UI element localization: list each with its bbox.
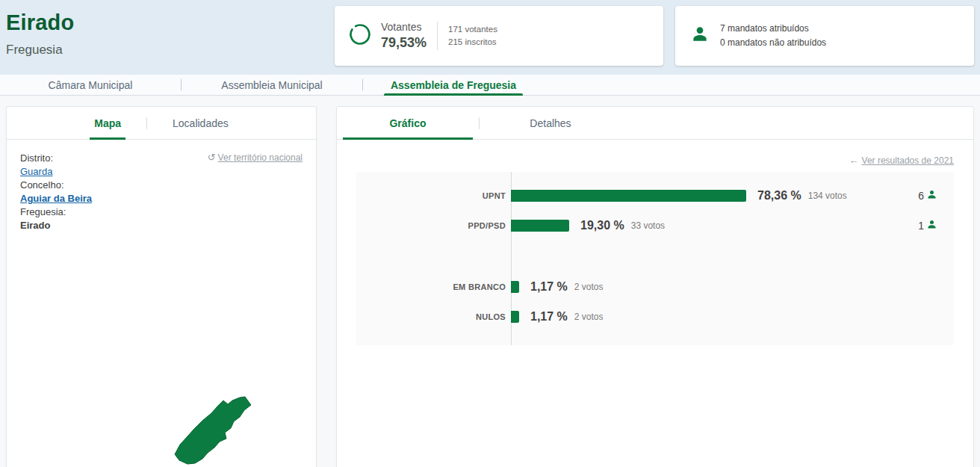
result-row-ppd-psd: PPD/PSD 19,30 % 33 votos 1 xyxy=(356,211,954,241)
results-2021-link[interactable]: ←Ver resultados de 2021 xyxy=(356,155,954,166)
mandates-unassigned: 0 mandatos não atribuídos xyxy=(720,36,826,50)
map-panel-tabs: Mapa Localidades xyxy=(7,107,316,140)
mandates-indicator: 6 xyxy=(918,189,937,202)
organ-tabs: Câmara Municipal Assembleia Municipal As… xyxy=(0,75,980,96)
party-label: UPNT xyxy=(356,191,511,200)
result-votes: 33 votos xyxy=(631,220,665,231)
main-content: Mapa Localidades ↺Ver território naciona… xyxy=(0,96,980,467)
page-subtitle: Freguesia xyxy=(6,43,74,58)
result-row-upnt: UPNT 78,36 % 134 votos 6 xyxy=(356,181,954,211)
summary-cards: Votantes 79,53% 171 votantes 215 inscrit… xyxy=(335,6,974,66)
page-title: Eirado xyxy=(6,10,74,35)
parish-label: Freguesia: xyxy=(20,205,303,219)
person-icon xyxy=(690,25,710,47)
undo-icon: ↺ xyxy=(208,152,216,163)
header-band: Eirado Freguesia Votantes 79,53% 171 vot… xyxy=(0,0,980,75)
header-title-block: Eirado Freguesia xyxy=(6,0,74,58)
left-arrow-icon: ← xyxy=(849,155,859,166)
party-label: EM BRANCO xyxy=(356,282,511,291)
party-label: NULOS xyxy=(356,312,511,321)
result-row-em-branco: EM BRANCO 1,17 % 2 votos xyxy=(356,272,954,302)
tab-grafico[interactable]: Gráfico xyxy=(337,107,479,139)
municipality-label: Concelho: xyxy=(20,179,303,192)
mandates-assigned: 7 mandatos atribuídos xyxy=(720,22,826,36)
mandates-indicator: 1 xyxy=(918,219,937,232)
parish-map-shape[interactable] xyxy=(173,395,255,467)
person-icon xyxy=(926,189,937,202)
party-label: PPD/PSD xyxy=(356,221,511,230)
result-bar xyxy=(511,281,519,293)
result-percentage: 78,36 % xyxy=(757,189,801,202)
result-percentage: 19,30 % xyxy=(580,219,624,232)
registered-count: 215 inscritos xyxy=(448,36,497,49)
votantes-percentage: 79,53% xyxy=(381,35,427,51)
tab-assembleia-municipal[interactable]: Assembleia Municipal xyxy=(182,75,362,95)
mandates-card: 7 mandatos atribuídos 0 mandatos não atr… xyxy=(675,6,974,66)
result-bar xyxy=(511,220,569,232)
tab-detalhes[interactable]: Detalhes xyxy=(480,107,621,139)
parish-value: Eirado xyxy=(20,220,50,231)
tab-assembleia-de-freguesia[interactable]: Assembleia de Freguesia xyxy=(363,75,544,95)
result-bar xyxy=(511,311,519,323)
result-percentage: 1,17 % xyxy=(530,310,568,324)
mandate-count: 1 xyxy=(918,220,924,232)
turnout-ring-icon xyxy=(348,22,372,49)
mandate-count: 6 xyxy=(918,190,924,202)
map-panel: Mapa Localidades ↺Ver território naciona… xyxy=(6,106,317,467)
tab-localidades[interactable]: Localidades xyxy=(147,107,254,139)
person-icon xyxy=(926,219,937,232)
results-panel-tabs: Gráfico Detalhes xyxy=(337,107,973,140)
votantes-label: Votantes xyxy=(381,21,427,33)
result-percentage: 1,17 % xyxy=(530,280,568,294)
voters-count: 171 votantes xyxy=(448,23,497,36)
result-votes: 2 votos xyxy=(574,282,604,292)
territory-link[interactable]: ↺Ver território nacional xyxy=(208,152,303,163)
tab-camara-municipal[interactable]: Câmara Municipal xyxy=(0,75,181,95)
result-bar xyxy=(511,190,746,202)
result-votes: 134 votos xyxy=(808,191,847,201)
district-link[interactable]: Guarda xyxy=(20,166,52,177)
tab-mapa[interactable]: Mapa xyxy=(69,107,146,139)
result-row-nulos: NULOS 1,17 % 2 votos xyxy=(356,302,954,332)
results-bar-chart: UPNT 78,36 % 134 votos 6 xyxy=(356,172,954,345)
municipality-link[interactable]: Aguiar da Beira xyxy=(20,193,92,204)
results-panel: Gráfico Detalhes ←Ver resultados de 2021… xyxy=(336,106,974,467)
result-votes: 2 votos xyxy=(574,312,604,322)
card-divider xyxy=(437,22,438,50)
votantes-card: Votantes 79,53% 171 votantes 215 inscrit… xyxy=(335,6,663,66)
